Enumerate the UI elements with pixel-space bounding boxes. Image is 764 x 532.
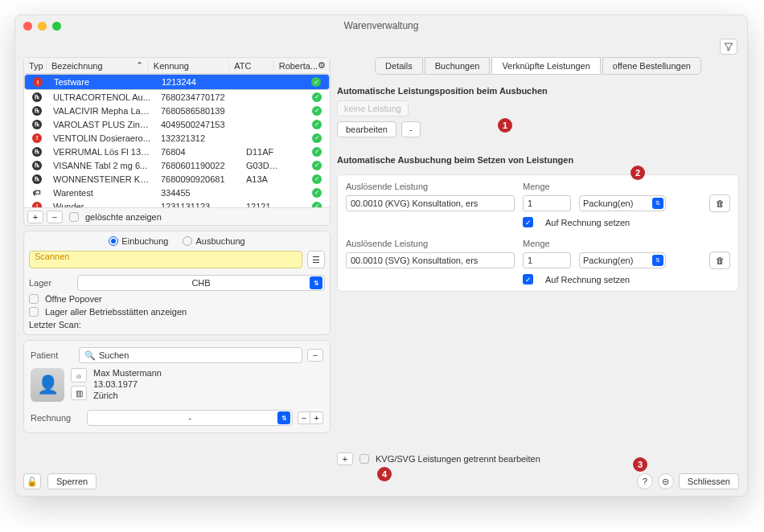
remove-service-button[interactable]: - — [401, 121, 421, 137]
checkbox-icon — [69, 212, 79, 222]
search-icon: 🔍 — [84, 350, 96, 361]
gear-icon[interactable]: ⚙ — [318, 60, 326, 71]
content-body: Typ Bezeichnung⌃ Kennung ATC Roberta...⚙… — [15, 57, 747, 473]
patient-label: Patient — [31, 350, 74, 360]
patient-name: Max Mustermann — [93, 368, 162, 378]
unit-select[interactable]: Packung(en)⇅ — [579, 195, 666, 211]
radio-off-icon — [183, 236, 192, 246]
clear-patient-button[interactable]: − — [307, 349, 323, 362]
col-roberta[interactable]: Roberta...⚙ — [274, 60, 330, 71]
filter-button[interactable] — [720, 39, 737, 55]
table-body[interactable]: !Testware1213244✓℞ULTRACORTENOL Au...768… — [24, 74, 330, 207]
tab-offene-bestellungen[interactable]: offene Bestellungen — [602, 57, 701, 75]
ausbuchung-radio[interactable]: Ausbuchung — [183, 236, 244, 246]
lager-label: Lager — [29, 278, 72, 288]
radio-on-icon — [109, 236, 118, 246]
patient-dob: 13.03.1977 — [93, 379, 162, 389]
einbuchung-radio[interactable]: Einbuchung — [109, 236, 168, 246]
settings-button[interactable]: ⊝ — [658, 473, 674, 489]
avatar: 👤 — [31, 368, 64, 402]
menge-input[interactable]: 1 — [523, 195, 571, 211]
leistung-input[interactable]: 00.0010 (SVG) Konsultation, ers — [346, 252, 515, 268]
show-deleted-checkbox[interactable]: gelöschte anzeigen — [66, 212, 165, 222]
rechnung-stepper[interactable]: −+ — [298, 411, 323, 424]
table-row[interactable]: ℞VISANNE Tabl 2 mg 6...7680601190022G03D… — [24, 158, 330, 172]
checkbox-icon — [359, 454, 369, 464]
patient-detail-button[interactable]: ⍝ — [71, 368, 87, 383]
last-scan-label: Letzter Scan: — [24, 318, 330, 334]
close-window-icon[interactable] — [23, 22, 32, 31]
all-sites-checkbox[interactable]: Lager aller Betriebsstätten anzeigen — [24, 305, 330, 318]
open-popover-checkbox[interactable]: Öffne Popover — [24, 293, 330, 305]
table-row[interactable]: ℞VAROLAST PLUS Zink...4049500247153✓ — [24, 117, 330, 131]
right-column: Details Buchungen Verknüpfte Leistungen … — [337, 57, 739, 465]
table-footer: + − gelöschte anzeigen — [24, 207, 330, 225]
patient-city: Zürich — [93, 391, 162, 400]
sort-asc-icon: ⌃ — [136, 60, 143, 71]
delete-linked-button[interactable]: 🗑 — [709, 252, 730, 269]
toolbar — [15, 36, 747, 57]
add-linked-button[interactable]: + — [337, 452, 353, 465]
separate-edit-checkbox[interactable]: KVG/SVG Leistungen getrennt bearbeiten — [359, 454, 540, 464]
add-row-button[interactable]: + — [27, 211, 43, 223]
callout-2: 2 — [631, 166, 645, 180]
table-row[interactable]: ℞VALACIVIR Mepha Lac...7680586580139✓ — [24, 104, 330, 117]
detail-tabs: Details Buchungen Verknüpfte Leistungen … — [337, 57, 739, 75]
zoom-window-icon[interactable] — [52, 22, 61, 31]
window-title: Warenverwaltung — [15, 20, 747, 31]
table-row[interactable]: ℞VERRUMAL Lös Fl 13 ml76804D11AF✓ — [24, 145, 330, 158]
leistung-input[interactable]: 00.0010 (KVG) Konsultation, ers — [346, 195, 515, 211]
no-service-field: keine Leistung — [337, 100, 409, 117]
chevron-updown-icon: ⇅ — [310, 276, 322, 289]
titlebar: Warenverwaltung — [15, 15, 747, 36]
table-header: Typ Bezeichnung⌃ Kennung ATC Roberta...⚙ — [24, 58, 330, 74]
tab-verknuepfte-leistungen[interactable]: Verknüpfte Leistungen — [491, 57, 600, 75]
remove-row-button[interactable]: − — [47, 211, 63, 223]
checkbox-icon — [29, 294, 39, 304]
rechnung-select[interactable]: -⇅ — [87, 410, 293, 426]
col-kennung[interactable]: Kennung — [149, 61, 230, 71]
callout-4: 4 — [377, 467, 392, 481]
menge-input[interactable]: 1 — [523, 252, 571, 268]
table-row[interactable]: !VENTOLIN Dosieraero...132321312✓ — [24, 131, 330, 145]
app-window: Warenverwaltung Typ Bezeichnung⌃ Kennung… — [14, 14, 748, 497]
tab-buchungen[interactable]: Buchungen — [425, 57, 491, 75]
col-bezeichnung[interactable]: Bezeichnung⌃ — [47, 60, 149, 71]
rechnung-label: Rechnung — [31, 413, 82, 423]
stepper-minus[interactable]: − — [298, 411, 310, 424]
minimize-window-icon[interactable] — [38, 22, 47, 31]
article-table: Typ Bezeichnung⌃ Kennung ATC Roberta...⚙… — [23, 57, 331, 226]
table-row[interactable]: 🏷Warentest334455✓ — [24, 186, 330, 199]
booking-mode: Einbuchung Ausbuchung — [24, 231, 330, 251]
lager-select[interactable]: CHB⇅ — [77, 275, 325, 291]
col-atc[interactable]: ATC — [229, 61, 273, 71]
booking-panel: Einbuchung Ausbuchung Scannen ☰ Lager CH… — [23, 231, 331, 335]
patient-panel: Patient 🔍Suchen − 👤 ⍝ ▥ Max Mustermann 1… — [23, 340, 331, 433]
patient-card-button[interactable]: ▥ — [71, 386, 87, 400]
schliessen-button[interactable]: Schliessen — [679, 473, 739, 489]
table-row[interactable]: ℞WONNENSTEINER Kra...7680090920681A13A✓ — [24, 172, 330, 186]
table-row[interactable]: !Wunder12311311231212123...✓ — [24, 199, 330, 207]
tab-details[interactable]: Details — [375, 57, 423, 75]
unit-select[interactable]: Packung(en)⇅ — [579, 252, 666, 268]
linked-footer: + KVG/SVG Leistungen getrennt bearbeiten — [337, 446, 739, 465]
table-row[interactable]: !Testware1213244✓ — [24, 74, 330, 90]
window-controls — [23, 22, 61, 31]
col-typ[interactable]: Typ — [24, 61, 47, 71]
sperren-button[interactable]: Sperren — [47, 473, 97, 489]
checkbox-icon — [29, 307, 39, 317]
delete-linked-button[interactable]: 🗑 — [709, 194, 730, 212]
linked-services-list: Auslösende LeistungMenge00.0010 (KVG) Ko… — [337, 174, 739, 292]
edit-button[interactable]: bearbeiten — [337, 121, 396, 137]
patient-search-input[interactable]: 🔍Suchen — [79, 347, 302, 363]
help-button[interactable]: ? — [637, 473, 653, 489]
section-auto-setzen: Automatische Ausbuchung beim Setzen von … — [337, 155, 739, 165]
section-auto-ausbuchen: Automatische Leistungsposition beim Ausb… — [337, 86, 739, 96]
patient-info: 👤 ⍝ ▥ Max Mustermann 13.03.1977 Zürich — [31, 368, 323, 402]
chevron-updown-icon: ⇅ — [277, 411, 290, 424]
scan-list-button[interactable]: ☰ — [307, 251, 325, 268]
scan-input[interactable]: Scannen — [29, 251, 302, 268]
lock-icon[interactable]: 🔓 — [23, 473, 41, 489]
table-row[interactable]: ℞ULTRACORTENOL Au...7680234770172✓ — [24, 90, 330, 104]
stepper-plus[interactable]: + — [310, 411, 323, 424]
